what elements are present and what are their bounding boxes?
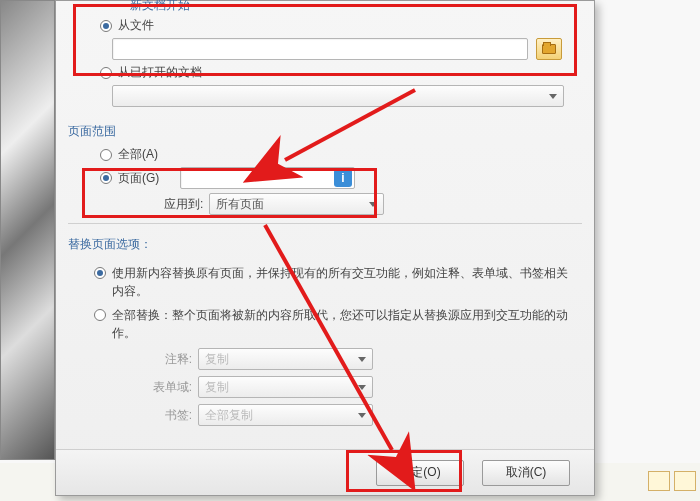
pages-row: 页面(G) i: [56, 165, 594, 191]
annotation-label: 注释:: [132, 351, 192, 368]
annotation-select[interactable]: 复制: [198, 348, 373, 370]
full-replace-radio[interactable]: [94, 309, 106, 321]
from-file-row: 从文件: [56, 15, 594, 36]
keep-option-label: 使用新内容替换原有页面，并保持现有的所有交互功能，例如注释、表单域、书签相关内容…: [112, 264, 576, 300]
all-pages-label: 全部(A): [118, 146, 158, 163]
from-open-doc-radio[interactable]: [100, 67, 112, 79]
apply-to-row: 应用到: 所有页面: [56, 191, 594, 217]
from-file-label: 从文件: [118, 17, 154, 34]
replace-options-title: 替换页面选项：: [56, 230, 594, 257]
all-pages-radio[interactable]: [100, 149, 112, 161]
dialog-button-bar: 确定(O) 取消(C): [56, 449, 594, 495]
form-field-select[interactable]: 复制: [198, 376, 373, 398]
pages-radio[interactable]: [100, 172, 112, 184]
full-replace-row: 全部替换：整个页面将被新的内容所取代，您还可以指定从替换源应用到交互功能的动作。: [74, 303, 576, 345]
ok-button[interactable]: 确定(O): [376, 460, 464, 486]
form-field-label: 表单域:: [132, 379, 192, 396]
source-group-title: 新文档开始: [130, 0, 190, 14]
form-field-row: 表单域: 复制: [74, 373, 576, 401]
browse-button[interactable]: [536, 38, 562, 60]
pages-label: 页面(G): [118, 170, 174, 187]
bookmark-value: 全部复制: [205, 407, 253, 424]
file-path-row: [56, 36, 594, 62]
file-path-input[interactable]: [112, 38, 528, 60]
from-open-doc-label: 从已打开的文档: [118, 64, 202, 81]
open-doc-select-row: [56, 83, 594, 109]
all-pages-row: 全部(A): [56, 144, 594, 165]
keep-option-radio[interactable]: [94, 267, 106, 279]
info-icon[interactable]: i: [334, 169, 352, 187]
bg-icon-2: [674, 471, 696, 491]
bookmark-row: 书签: 全部复制: [74, 401, 576, 429]
pages-input[interactable]: [180, 167, 355, 189]
form-field-value: 复制: [205, 379, 229, 396]
page-range-group-title: 页面范围: [56, 117, 594, 144]
apply-to-select[interactable]: 所有页面: [209, 193, 384, 215]
annotation-row: 注释: 复制: [74, 345, 576, 373]
from-open-doc-row: 从已打开的文档: [56, 62, 594, 83]
apply-to-value: 所有页面: [216, 196, 264, 213]
keep-option-row: 使用新内容替换原有页面，并保持现有的所有交互功能，例如注释、表单域、书签相关内容…: [74, 261, 576, 303]
open-doc-select[interactable]: [112, 85, 564, 107]
cancel-button[interactable]: 取消(C): [482, 460, 570, 486]
bg-icon-1: [648, 471, 670, 491]
background-corner-icons: [648, 471, 696, 491]
full-replace-label: 全部替换：整个页面将被新的内容所取代，您还可以指定从替换源应用到交互功能的动作。: [112, 306, 576, 342]
replace-options-block: 使用新内容替换原有页面，并保持现有的所有交互功能，例如注释、表单域、书签相关内容…: [56, 257, 594, 433]
from-file-radio[interactable]: [100, 20, 112, 32]
annotation-value: 复制: [205, 351, 229, 368]
folder-icon: [542, 44, 556, 54]
background-thumbnail: [0, 0, 55, 460]
apply-to-label: 应用到:: [164, 196, 203, 213]
replace-pages-dialog: 新文档开始 从文件 从已打开的文档 页面范围 全部(A) 页面(G): [55, 0, 595, 496]
bookmark-select[interactable]: 全部复制: [198, 404, 373, 426]
divider-1: [68, 223, 582, 224]
bookmark-label: 书签:: [132, 407, 192, 424]
